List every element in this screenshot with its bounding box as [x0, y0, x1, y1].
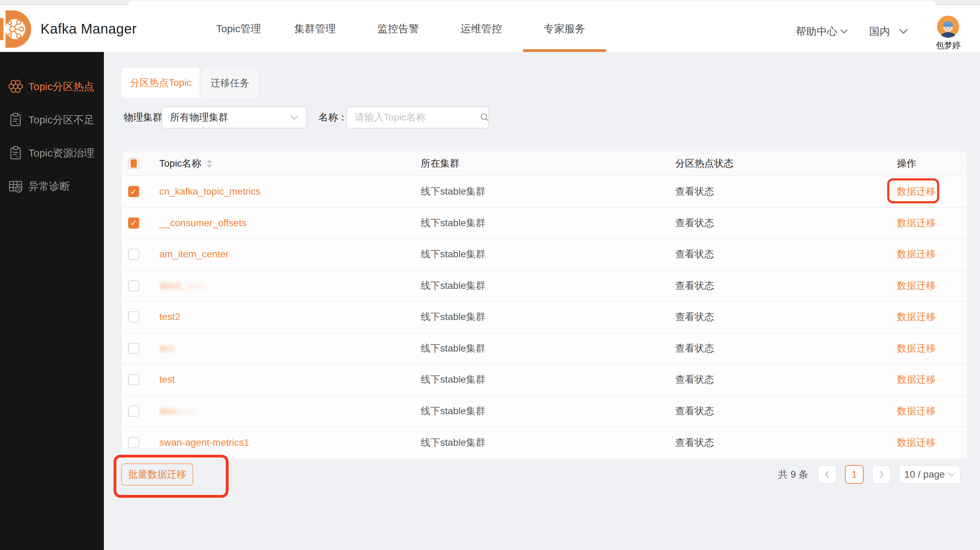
view-status-link[interactable]: 查看状态: [675, 342, 714, 355]
tab-migration-tasks[interactable]: 迁移任务: [202, 67, 258, 98]
view-status-link[interactable]: 查看状态: [675, 436, 714, 449]
filter-bar: 物理集群： 所有物理集群 名称：: [104, 107, 980, 128]
chevron-down-icon: [948, 472, 955, 477]
screen: Kafka Manager Topic管理 集群管理 监控告警 运维管控 专家服…: [0, 0, 980, 550]
nav-topic-management[interactable]: Topic管理: [211, 6, 266, 52]
cluster-cell: 线下stable集群: [421, 436, 675, 449]
row-checkbox[interactable]: ✓: [128, 186, 139, 197]
chevron-left-icon: [824, 470, 830, 479]
pagination-next-button[interactable]: [872, 465, 891, 484]
topic-name-input[interactable]: [355, 112, 480, 123]
data-migration-link[interactable]: 数据迁移: [897, 248, 935, 261]
column-cluster: 所在集群: [421, 157, 675, 170]
row-checkbox[interactable]: ✓: [128, 437, 139, 448]
topic-name-link[interactable]: didoc-co...: [159, 406, 204, 417]
pagination-prev-button[interactable]: [818, 465, 837, 484]
nav-expert-service[interactable]: 专家服务: [544, 6, 585, 52]
cluster-cell: 线下stable集群: [421, 342, 675, 355]
data-migration-link[interactable]: 数据迁移: [897, 217, 935, 230]
sidebar-item-label: 异常诊断: [29, 179, 70, 194]
topic-name-link[interactable]: cn_kafka_topic_metrics: [159, 186, 261, 197]
sidebar-item-topic-resource-governance[interactable]: Topic资源治理: [0, 137, 104, 170]
sidebar-item-anomaly-diagnosis[interactable]: $ 异常诊断: [0, 170, 104, 203]
data-migration-link[interactable]: 数据迁移: [897, 185, 935, 198]
sort-toggle-icon[interactable]: [207, 159, 212, 168]
browser-edge-strip: [0, 0, 980, 5]
topic-name-link[interactable]: dsink_metri...: [159, 280, 217, 291]
batch-data-migration-button[interactable]: 批量数据迁移: [121, 464, 193, 486]
sidebar-item-topic-partition-insufficient[interactable]: Topic分区不足: [0, 103, 104, 137]
data-migration-link[interactable]: 数据迁移: [897, 405, 935, 418]
check-icon: ✓: [130, 187, 137, 196]
search-icon[interactable]: [480, 112, 490, 123]
view-status-link[interactable]: 查看状态: [675, 373, 714, 386]
topic-name-link[interactable]: test2: [159, 311, 180, 322]
row-checkbox[interactable]: ✓: [128, 343, 139, 354]
topic-name-link[interactable]: didi-...: [159, 343, 186, 354]
view-status-link[interactable]: 查看状态: [675, 217, 714, 230]
sidebar: Topic分区热点 Topic分区不足: [0, 52, 104, 550]
chevron-right-icon: [878, 470, 884, 479]
row-checkbox[interactable]: ✓: [128, 311, 139, 322]
row-checkbox[interactable]: ✓: [128, 406, 139, 417]
data-migration-link[interactable]: 数据迁移: [897, 279, 935, 292]
page-size-select[interactable]: 10 / page: [899, 465, 961, 484]
region-label: 国内: [869, 25, 890, 39]
user-name: 包梦婷: [935, 40, 961, 51]
row-checkbox[interactable]: ✓: [128, 280, 139, 291]
view-status-link[interactable]: 查看状态: [675, 405, 714, 418]
help-center-menu[interactable]: 帮助中心: [796, 25, 848, 39]
table-row: ✓ test2 线下stable集群 查看状态 数据迁移: [122, 302, 967, 333]
view-status-link[interactable]: 查看状态: [675, 185, 714, 198]
data-migration-link[interactable]: 数据迁移: [897, 310, 935, 324]
row-checkbox[interactable]: ✓: [128, 374, 139, 385]
topic-name-link[interactable]: swan-agent-metrics1: [159, 437, 249, 448]
cluster-cell: 线下stable集群: [421, 310, 675, 324]
view-status-link[interactable]: 查看状态: [675, 310, 714, 324]
chevron-down-icon: [290, 115, 299, 120]
nav-cluster-management[interactable]: 集群管理: [294, 6, 336, 52]
user-block[interactable]: 包梦婷: [935, 16, 961, 51]
nav-monitor-alert[interactable]: 监控告警: [377, 6, 419, 52]
topic-name-link[interactable]: test: [159, 374, 175, 385]
topic-name-link[interactable]: __consumer_offsets: [159, 217, 247, 229]
physical-cluster-select[interactable]: 所有物理集群: [162, 106, 307, 129]
data-migration-link[interactable]: 数据迁移: [897, 342, 935, 355]
view-status-link[interactable]: 查看状态: [675, 248, 714, 261]
cluster-cell: 线下stable集群: [421, 248, 675, 261]
table-row: ✓ didi-... 线下stable集群 查看状态 数据迁移: [122, 333, 967, 365]
table-row: ✓ __consumer_offsets 线下stable集群 查看状态 数据迁…: [122, 208, 967, 239]
row-checkbox[interactable]: ✓: [128, 249, 139, 260]
sidebar-item-topic-partition-hotspot[interactable]: Topic分区热点: [0, 70, 104, 103]
table-row: ✓ didoc-co... 线下stable集群 查看状态 数据迁移: [122, 396, 967, 427]
data-migration-link[interactable]: 数据迁移: [897, 436, 935, 449]
select-all-checkbox[interactable]: [128, 158, 139, 169]
cluster-cell: 线下stable集群: [421, 373, 675, 386]
row-checkbox[interactable]: ✓: [128, 217, 139, 229]
tab-partition-hotspot-topic[interactable]: 分区热点Topic: [122, 67, 199, 98]
hotspot-topic-table: Topic名称 所在集群 分区热点状态 操作 ✓ cn_kafka_topic_…: [122, 151, 967, 459]
table-row: ✓ cn_kafka_topic_metrics 线下stable集群 查看状态…: [122, 176, 967, 208]
nav-ops-control[interactable]: 运维管控: [461, 6, 502, 52]
table-row: ✓ test 线下stable集群 查看状态 数据迁移: [122, 364, 967, 396]
data-migration-link[interactable]: 数据迁移: [897, 373, 935, 386]
table-row: ✓ dsink_metri... 线下stable集群 查看状态 数据迁移: [122, 271, 967, 302]
physical-cluster-value: 所有物理集群: [170, 111, 290, 124]
sidebar-item-label: Topic分区热点: [29, 80, 94, 94]
view-status-link[interactable]: 查看状态: [675, 279, 714, 292]
region-menu[interactable]: 国内: [869, 25, 908, 39]
main-content: 分区热点Topic 迁移任务 物理集群： 所有物理集群 名称：: [104, 52, 980, 550]
app-header: Kafka Manager Topic管理 集群管理 监控告警 运维管控 专家服…: [0, 6, 980, 52]
column-topic-name: Topic名称: [159, 157, 201, 170]
column-partition-hotspot-status: 分区热点状态: [675, 157, 897, 170]
sidebar-item-label: Topic资源治理: [29, 146, 94, 160]
user-avatar[interactable]: [937, 16, 959, 38]
cluster-cell: 线下stable集群: [421, 217, 675, 230]
help-center-label: 帮助中心: [796, 25, 837, 39]
main-nav: Topic管理 集群管理 监控告警 运维管控 专家服务: [211, 6, 627, 52]
topic-name-label: 名称：: [318, 107, 348, 128]
clipboard-icon: [8, 112, 24, 128]
pagination-page-1[interactable]: 1: [845, 465, 864, 484]
topic-name-link[interactable]: am_item_center: [159, 249, 229, 260]
chevron-down-icon: [840, 29, 848, 34]
